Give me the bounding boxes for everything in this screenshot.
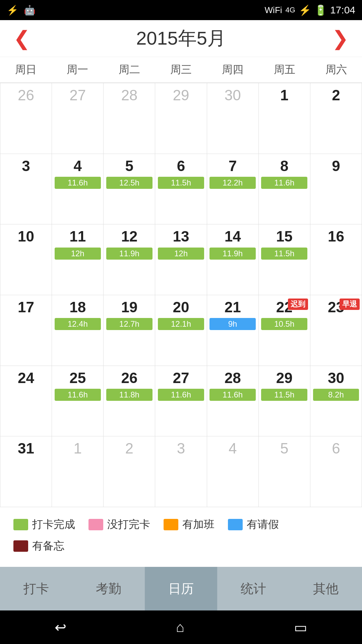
day-number: 3 bbox=[177, 440, 185, 457]
day-number: 8 bbox=[280, 158, 288, 174]
day-bar: 11.9h bbox=[209, 248, 256, 260]
day-cell[interactable]: 1 bbox=[259, 83, 310, 154]
calendar-header: ❮ 2015年5月 ❯ bbox=[0, 20, 362, 57]
day-cell[interactable]: 17 bbox=[0, 295, 52, 366]
day-cell[interactable]: 16 bbox=[310, 224, 362, 295]
day-cell[interactable]: 611.5h bbox=[155, 154, 207, 225]
day-cell[interactable]: 5 bbox=[259, 436, 310, 507]
day-number: 21 bbox=[225, 299, 241, 315]
day-bar: 11.5h bbox=[158, 177, 204, 189]
day-cell[interactable]: 1511.5h bbox=[259, 224, 310, 295]
day-cell[interactable]: 2012.1h bbox=[155, 295, 207, 366]
day-bar: 12.4h bbox=[55, 318, 101, 330]
day-cell[interactable]: 2 bbox=[310, 83, 362, 154]
day-cell[interactable]: 29 bbox=[155, 83, 207, 154]
day-cell[interactable]: 411.6h bbox=[52, 154, 104, 225]
day-bar: 10.5h bbox=[261, 318, 307, 330]
day-cell[interactable]: 1211.9h bbox=[104, 224, 155, 295]
status-left-icons: ⚡ 🤖 bbox=[7, 5, 36, 16]
android-nav: ↩ ⌂ ▭ bbox=[0, 610, 362, 644]
day-bar: 11.5h bbox=[261, 248, 307, 260]
day-bar: 11.6h bbox=[261, 177, 307, 189]
status-right-icons: WiFi 4G ⚡ 🔋 17:04 bbox=[265, 4, 355, 16]
day-number: 26 bbox=[18, 87, 34, 103]
day-number: 4 bbox=[73, 158, 81, 174]
day-cell[interactable]: 26 bbox=[0, 83, 52, 154]
weekday-cell: 周六 bbox=[310, 57, 362, 83]
home-button[interactable]: ⌂ bbox=[176, 619, 184, 635]
day-bar: 8.2h bbox=[313, 389, 359, 401]
tab-item-日历[interactable]: 日历 bbox=[145, 567, 217, 610]
day-cell[interactable]: 4 bbox=[207, 436, 259, 507]
day-cell[interactable]: 512.5h bbox=[104, 154, 155, 225]
legend-label: 有备忘 bbox=[32, 539, 64, 553]
day-cell[interactable]: 6 bbox=[310, 436, 362, 507]
day-number: 29 bbox=[276, 370, 293, 386]
usb-icon: ⚡ bbox=[7, 5, 18, 16]
weekday-cell: 周三 bbox=[155, 57, 207, 83]
day-cell[interactable]: 1912.7h bbox=[104, 295, 155, 366]
day-cell[interactable]: 27 bbox=[52, 83, 104, 154]
day-number: 27 bbox=[173, 370, 189, 386]
day-cell[interactable]: 24 bbox=[0, 366, 52, 437]
day-cell[interactable]: 2611.8h bbox=[104, 366, 155, 437]
day-number: 2 bbox=[125, 440, 133, 457]
day-bar: 11.9h bbox=[106, 248, 153, 260]
legend-label: 没打完卡 bbox=[107, 517, 150, 532]
tab-item-统计[interactable]: 统计 bbox=[217, 567, 290, 610]
legend-item: 有加班 bbox=[164, 517, 215, 532]
weekday-cell: 周五 bbox=[258, 57, 310, 83]
day-number: 30 bbox=[328, 370, 344, 386]
recents-button[interactable]: ▭ bbox=[294, 619, 307, 636]
day-cell[interactable]: 9 bbox=[310, 154, 362, 225]
day-cell[interactable]: 2911.5h bbox=[259, 366, 310, 437]
day-cell[interactable]: 1812.4h bbox=[52, 295, 104, 366]
day-badge: 早退 bbox=[340, 299, 360, 310]
legend-label: 有加班 bbox=[182, 517, 215, 532]
day-number: 16 bbox=[328, 228, 344, 245]
day-cell[interactable]: 219h bbox=[207, 295, 259, 366]
day-number: 25 bbox=[69, 370, 86, 386]
tab-bar: 打卡考勤日历统计其他 bbox=[0, 567, 362, 610]
day-number: 19 bbox=[121, 299, 137, 315]
calendar-grid: 2627282930123411.6h512.5h611.5h712.2h811… bbox=[0, 83, 362, 507]
prev-month-button[interactable]: ❮ bbox=[13, 29, 30, 49]
day-cell[interactable]: 3 bbox=[0, 154, 52, 225]
day-cell[interactable]: 1112h bbox=[52, 224, 104, 295]
day-bar: 9h bbox=[209, 318, 256, 330]
weekday-header-row: 周日周一周二周三周四周五周六 bbox=[0, 57, 362, 83]
time-display: 17:04 bbox=[330, 4, 355, 16]
day-cell[interactable]: 23早退 bbox=[310, 295, 362, 366]
day-number: 12 bbox=[121, 228, 137, 245]
day-cell[interactable]: 2811.6h bbox=[207, 366, 259, 437]
day-number: 10 bbox=[18, 228, 34, 245]
day-cell[interactable]: 10 bbox=[0, 224, 52, 295]
day-cell[interactable]: 811.6h bbox=[259, 154, 310, 225]
day-bar: 11.6h bbox=[209, 389, 256, 401]
day-cell[interactable]: 31 bbox=[0, 436, 52, 507]
day-cell[interactable]: 1 bbox=[52, 436, 104, 507]
legend-label: 有请假 bbox=[247, 517, 279, 532]
day-cell[interactable]: 2711.6h bbox=[155, 366, 207, 437]
tab-item-其他[interactable]: 其他 bbox=[290, 567, 362, 610]
day-bar: 11.8h bbox=[106, 389, 153, 401]
next-month-button[interactable]: ❯ bbox=[332, 29, 349, 49]
day-cell[interactable]: 2 bbox=[104, 436, 155, 507]
day-cell[interactable]: 30 bbox=[207, 83, 259, 154]
back-button[interactable]: ↩ bbox=[55, 619, 66, 636]
day-cell[interactable]: 2511.6h bbox=[52, 366, 104, 437]
day-number: 28 bbox=[225, 370, 241, 386]
day-cell[interactable]: 712.2h bbox=[207, 154, 259, 225]
day-bar: 11.6h bbox=[158, 389, 204, 401]
day-cell[interactable]: 2210.5h迟到 bbox=[259, 295, 310, 366]
tab-item-打卡[interactable]: 打卡 bbox=[0, 567, 72, 610]
pink-legend-dot bbox=[88, 519, 103, 530]
day-cell[interactable]: 28 bbox=[104, 83, 155, 154]
day-cell[interactable]: 1312h bbox=[155, 224, 207, 295]
day-cell[interactable]: 308.2h bbox=[310, 366, 362, 437]
day-cell[interactable]: 1411.9h bbox=[207, 224, 259, 295]
day-cell[interactable]: 3 bbox=[155, 436, 207, 507]
tab-item-考勤[interactable]: 考勤 bbox=[72, 567, 145, 610]
day-number: 5 bbox=[280, 440, 288, 457]
day-number: 18 bbox=[69, 299, 86, 315]
